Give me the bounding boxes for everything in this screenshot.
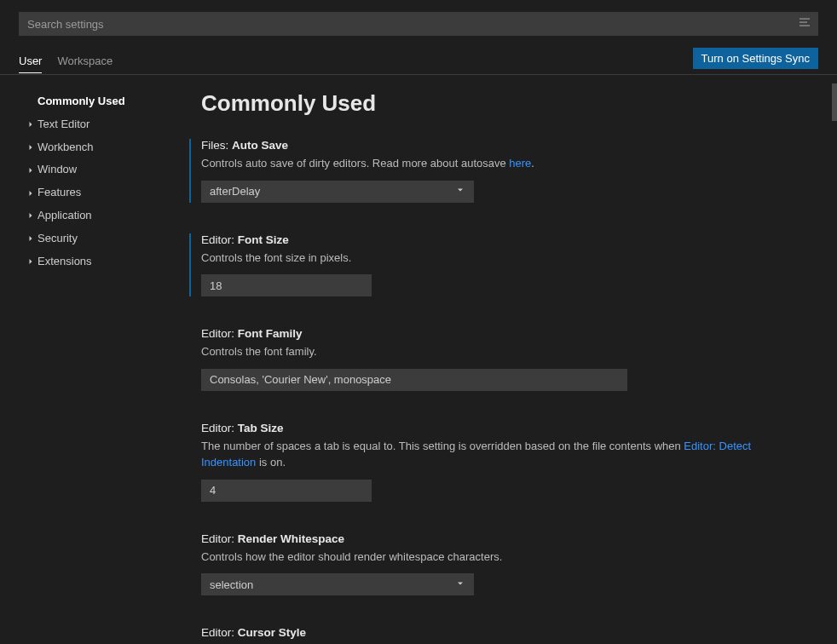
chevron-right-icon (24, 165, 38, 175)
setting-font-size: Editor: Font Size Controls the font size… (189, 233, 794, 297)
sidebar-item-label: Application (38, 207, 92, 225)
sidebar-item-features[interactable]: Features (38, 181, 179, 204)
sidebar-item-label: Commonly Used (38, 93, 125, 111)
sidebar-item-commonly-used[interactable]: Commonly Used (38, 90, 179, 113)
chevron-right-icon (24, 119, 38, 129)
search-input[interactable] (19, 12, 818, 36)
setting-render-whitespace: Editor: Render Whitespace Controls how t… (201, 532, 794, 596)
settings-scope-tabs: User Workspace Turn on Settings Sync (0, 41, 837, 75)
setting-description: The number of spaces a tab is equal to. … (201, 438, 794, 471)
sidebar-item-text-editor[interactable]: Text Editor (38, 113, 179, 136)
sidebar-item-label: Workbench (38, 139, 94, 157)
sidebar-item-label: Window (38, 161, 77, 179)
chevron-right-icon (24, 256, 38, 267)
setting-description: Controls the font family. (201, 343, 794, 360)
tab-workspace[interactable]: Workspace (57, 49, 113, 72)
font-family-input[interactable] (201, 369, 627, 391)
sidebar-item-label: Security (38, 230, 78, 248)
sidebar-item-label: Text Editor (38, 116, 89, 134)
setting-title: Editor: Font Family (201, 327, 794, 340)
setting-cursor-style: Editor: Cursor Style Controls the cursor… (201, 626, 794, 644)
search-container (0, 9, 837, 41)
tab-size-input[interactable] (201, 480, 372, 502)
chevron-down-icon (455, 578, 465, 591)
setting-description: Controls auto save of dirty editors. Rea… (201, 155, 794, 172)
setting-font-family: Editor: Font Family Controls the font fa… (201, 327, 794, 391)
sidebar-item-security[interactable]: Security (38, 227, 179, 250)
setting-auto-save: Files: Auto Save Controls auto save of d… (189, 139, 794, 203)
setting-description: Controls the font size in pixels. (201, 250, 794, 267)
sidebar-item-label: Features (38, 184, 81, 202)
chevron-right-icon (24, 142, 38, 152)
sidebar-item-window[interactable]: Window (38, 158, 179, 181)
sidebar-item-application[interactable]: Application (38, 204, 179, 227)
font-size-input[interactable] (201, 274, 372, 296)
sidebar-item-workbench[interactable]: Workbench (38, 136, 179, 159)
setting-tab-size: Editor: Tab Size The number of spaces a … (201, 422, 794, 502)
setting-title: Editor: Tab Size (201, 422, 794, 434)
chevron-right-icon (24, 233, 38, 244)
chevron-right-icon (24, 188, 38, 198)
tab-user[interactable]: User (19, 49, 42, 72)
auto-save-select[interactable]: afterDelay (201, 181, 474, 203)
settings-main: Commonly Used Files: Auto Save Controls … (179, 75, 837, 644)
sidebar-item-label: Extensions (38, 253, 92, 271)
render-whitespace-select[interactable]: selection (201, 573, 474, 595)
chevron-right-icon (24, 210, 38, 221)
settings-sync-button[interactable]: Turn on Settings Sync (693, 48, 818, 69)
sidebar-item-extensions[interactable]: Extensions (38, 250, 179, 273)
setting-title: Files: Auto Save (201, 139, 794, 152)
page-title: Commonly Used (201, 90, 794, 117)
setting-title: Editor: Render Whitespace (201, 532, 794, 545)
setting-title: Editor: Font Size (201, 233, 794, 246)
settings-sidebar: Commonly Used Text Editor Workbench Wind… (0, 75, 179, 644)
setting-description: Controls how the editor should render wh… (201, 549, 794, 566)
setting-title: Editor: Cursor Style (201, 626, 794, 639)
chevron-down-icon (455, 185, 465, 198)
scrollbar-thumb[interactable] (832, 83, 837, 121)
autosave-link[interactable]: here (509, 157, 531, 170)
